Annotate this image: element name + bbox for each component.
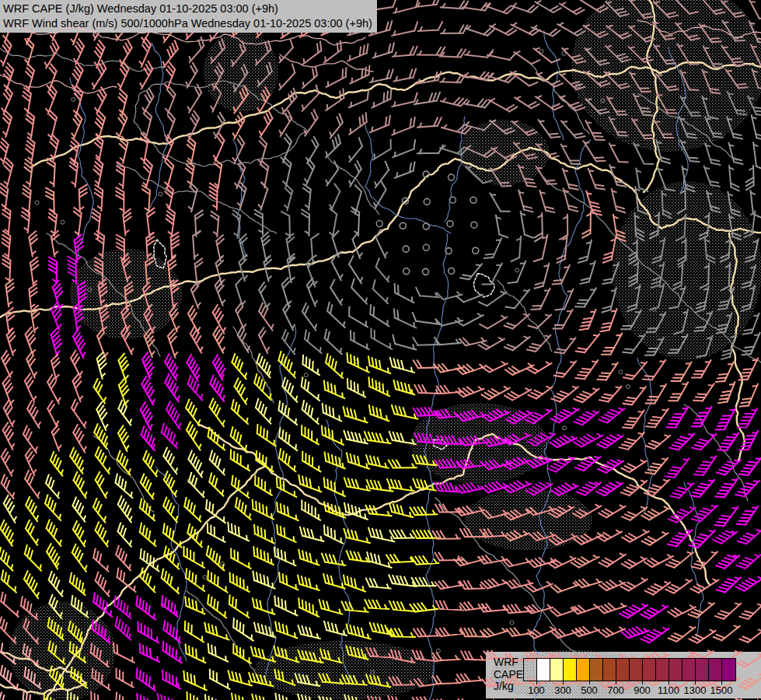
weather-map-window: WRF CAPE (J/kg) Wednesday 01-10-2025 03:… (0, 0, 761, 700)
wind-shear-map-canvas (0, 0, 761, 700)
